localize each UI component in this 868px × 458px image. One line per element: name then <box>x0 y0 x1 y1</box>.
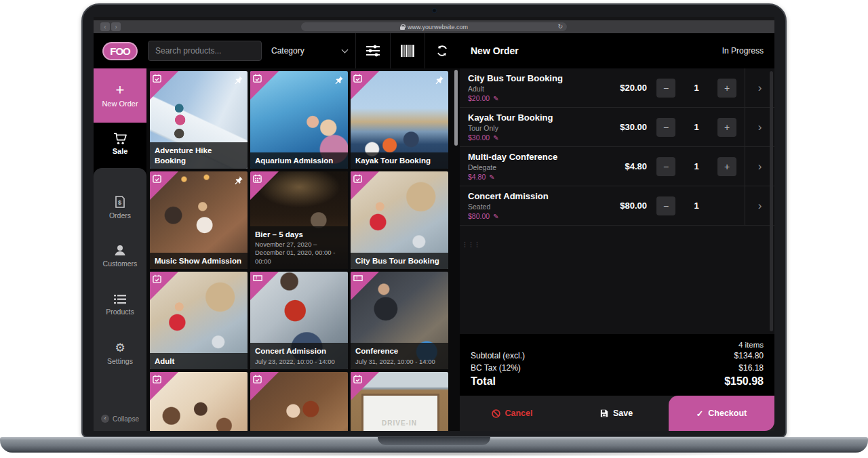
barcode-scan-button[interactable] <box>390 33 425 68</box>
tile-caption: City Bus Tour Booking <box>351 253 448 269</box>
increase-qty-button[interactable]: + <box>717 79 736 98</box>
reload-icon[interactable]: ↻ <box>557 23 563 30</box>
check-icon: ✓ <box>696 409 703 419</box>
corner-badge <box>351 272 379 300</box>
order-item-unit-price: $20.00 <box>468 94 490 102</box>
product-subtitle: July 23, 2022, 10:00 - 14:00 <box>255 358 343 366</box>
catalog-topbar: Category <box>146 33 460 68</box>
calendar-check-icon <box>353 375 362 383</box>
edit-price-control[interactable]: $20.00 ✎ <box>468 94 605 102</box>
increase-qty-button[interactable]: + <box>717 118 736 137</box>
category-dropdown[interactable]: Category <box>266 41 353 61</box>
filter-sliders-button[interactable] <box>355 33 390 68</box>
cancel-button[interactable]: Cancel <box>460 396 564 431</box>
products-list-icon <box>114 295 126 304</box>
collapse-label: Collapse <box>113 415 139 423</box>
panel-drag-handle[interactable]: ⋮⋮⋮ <box>462 243 480 247</box>
sidebar-item-customers[interactable]: Customers <box>94 232 146 280</box>
laptop-notch <box>378 437 490 445</box>
url-bar[interactable]: www.yourwebsite.com ↻ <box>301 22 567 31</box>
sidebar-item-sale[interactable]: Sale <box>94 123 146 165</box>
product-tile[interactable]: DRIVE-IN <box>351 372 448 431</box>
ticket-icon <box>353 274 363 282</box>
browser-back-button[interactable]: ‹ <box>100 22 110 31</box>
decrease-qty-button[interactable]: − <box>656 79 675 98</box>
panel-scrollbar[interactable] <box>770 71 773 331</box>
checkout-label: Checkout <box>708 409 747 418</box>
cancel-ban-icon <box>492 409 500 418</box>
order-item[interactable]: Concert Admission Seated $80.00 ✎ $80.00… <box>460 186 774 226</box>
order-item[interactable]: Kayak Tour Booking Tour Only $30.00 ✎ $3… <box>460 108 774 147</box>
order-item-variant: Adult <box>468 85 605 93</box>
decrease-qty-button[interactable]: − <box>656 118 675 137</box>
order-item-variant: Tour Only <box>468 124 605 132</box>
app-logo[interactable]: FOO <box>102 42 138 60</box>
calendar-check-icon <box>353 174 362 183</box>
item-detail-chevron[interactable]: › <box>758 199 762 213</box>
corner-badge <box>250 372 279 400</box>
product-title: Conference <box>355 346 443 356</box>
chevron-down-icon <box>342 46 349 53</box>
save-button[interactable]: Save <box>564 396 669 431</box>
product-tile[interactable]: Kayak Tour Booking <box>351 71 448 169</box>
product-grid: Adventure Hike Booking <box>150 71 448 431</box>
order-summary: 4 items Subtotal (excl.) $134.80 BC Tax … <box>460 334 774 396</box>
item-detail-chevron[interactable]: › <box>758 81 762 95</box>
product-title: Bier – 5 days <box>255 230 343 239</box>
sidebar-collapse-button[interactable]: ‹ Collapse <box>94 415 146 423</box>
refresh-button[interactable] <box>425 33 459 68</box>
order-item-price: $4.80 <box>605 161 647 171</box>
product-grid-area: Adventure Hike Booking <box>146 68 460 431</box>
decrease-qty-button[interactable]: − <box>656 157 675 176</box>
order-item-name: City Bus Tour Booking <box>468 73 605 83</box>
order-title: New Order <box>471 45 519 56</box>
order-item-price: $30.00 <box>605 122 647 132</box>
product-subtitle: July 31, 2022, 10:00 - 14:00 <box>355 358 443 366</box>
pin-icon <box>233 175 243 186</box>
calendar-check-icon <box>153 174 161 183</box>
sidebar-item-orders[interactable]: $ Orders <box>94 183 146 232</box>
corner-badge <box>150 272 178 300</box>
product-tile[interactable]: Conference July 31, 2022, 10:00 - 14:00 <box>351 272 448 369</box>
edit-price-control[interactable]: $30.00 ✎ <box>468 133 605 142</box>
sidebar-item-settings[interactable]: ⚙ Settings <box>94 329 146 378</box>
product-tile[interactable]: Adult <box>150 272 248 369</box>
sidebar-item-products[interactable]: Products <box>94 280 146 329</box>
laptop-base <box>0 437 868 453</box>
search-input[interactable] <box>148 41 262 61</box>
grid-scrollbar[interactable] <box>454 70 458 426</box>
product-tile[interactable]: Adventure Hike Booking <box>150 71 248 169</box>
item-detail-chevron[interactable]: › <box>758 160 762 173</box>
items-count: 4 items <box>738 341 764 349</box>
product-tile[interactable]: Music Show Admission <box>150 171 248 269</box>
browser-forward-button[interactable]: › <box>111 22 121 31</box>
tax-value: $16.18 <box>738 363 764 373</box>
customers-label: Customers <box>103 259 138 268</box>
cart-icon <box>113 133 127 145</box>
edit-price-control[interactable]: $80.00 ✎ <box>468 212 605 220</box>
product-title: Aquarium Admission <box>255 156 343 165</box>
calendar-check-icon <box>153 274 161 283</box>
corner-badge <box>351 71 379 100</box>
product-tile[interactable] <box>250 372 348 431</box>
product-tile[interactable] <box>150 372 248 431</box>
checkout-button[interactable]: ✓ Checkout <box>669 396 774 431</box>
increase-qty-button[interactable]: + <box>717 157 736 176</box>
order-item-name: Concert Admission <box>468 191 605 201</box>
order-item[interactable]: Multi-day Conference Delegate $4.80 ✎ $4… <box>460 147 774 186</box>
order-item-name: Kayak Tour Booking <box>468 112 605 123</box>
sidebar-item-new-order[interactable]: + New Order <box>94 68 146 123</box>
settings-label: Settings <box>107 357 133 365</box>
corner-badge <box>250 272 279 300</box>
product-tile[interactable]: City Bus Tour Booking <box>351 171 448 269</box>
order-item[interactable]: City Bus Tour Booking Adult $20.00 ✎ $20… <box>460 68 774 108</box>
tile-caption: Aquarium Admission <box>250 152 348 169</box>
product-tile[interactable]: Concert Admission July 23, 2022, 10:00 -… <box>250 272 348 369</box>
order-items-container: City Bus Tour Booking Adult $20.00 ✎ $20… <box>460 68 774 226</box>
decrease-qty-button[interactable]: − <box>656 196 675 215</box>
edit-price-control[interactable]: $4.80 ✎ <box>468 173 605 181</box>
item-detail-chevron[interactable]: › <box>758 121 762 134</box>
product-tile[interactable]: Aquarium Admission <box>250 71 348 169</box>
product-tile[interactable]: Bier – 5 days November 27, 2020 – Decemb… <box>250 171 348 269</box>
edit-icon: ✎ <box>493 213 498 220</box>
